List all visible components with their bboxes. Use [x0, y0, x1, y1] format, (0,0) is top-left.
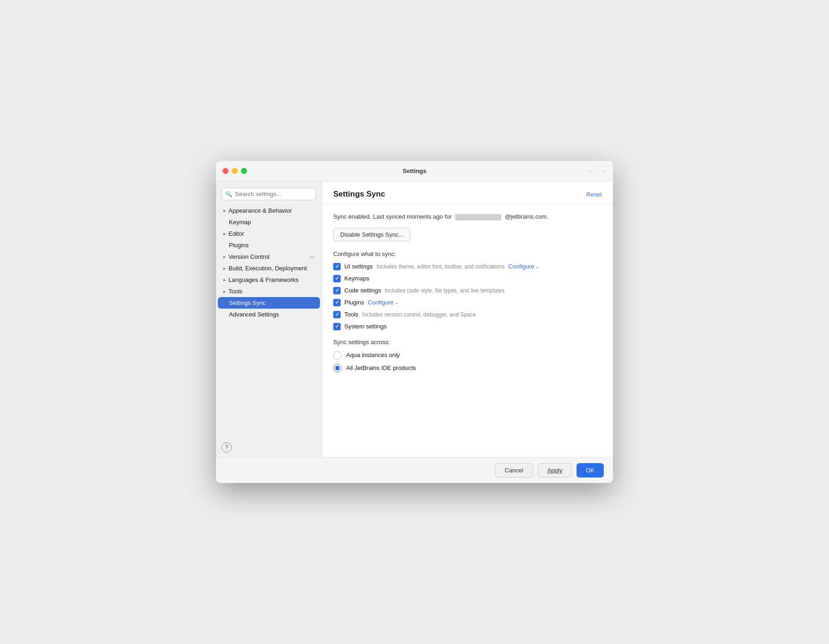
sidebar-item-label: Advanced Settings — [229, 311, 279, 318]
sidebar-item-editor[interactable]: ▸ Editor — [218, 228, 320, 239]
sidebar-item-label: Build, Execution, Deployment — [228, 265, 307, 272]
sidebar-item-advanced-settings[interactable]: Advanced Settings — [218, 309, 320, 320]
minimize-button[interactable] — [232, 168, 238, 174]
checkbox-system-settings[interactable] — [333, 323, 341, 330]
chevron-down-icon: ⌄ — [395, 300, 398, 305]
window-title: Settings — [402, 167, 426, 174]
checkbox-plugins[interactable] — [333, 299, 341, 306]
sync-label-ui-settings: UI settings — [344, 263, 372, 270]
sync-label-keymaps: Keymaps — [344, 275, 369, 282]
sync-status: Sync enabled. Last synced moments ago fo… — [333, 213, 602, 221]
content-area: Settings Sync Reset Sync enabled. Last s… — [322, 181, 613, 457]
chevron-icon: ▸ — [223, 208, 226, 213]
sidebar-item-label: Plugins — [229, 242, 249, 249]
content-body: Sync enabled. Last synced moments ago fo… — [322, 204, 613, 457]
sync-item-system-settings: System settings — [333, 323, 602, 330]
sidebar-item-label: Appearance & Behavior — [228, 207, 292, 214]
email-suffix: @jetbrains.com. — [505, 213, 548, 220]
sidebar-item-label: Keymap — [229, 219, 251, 226]
main-content: 🔍 ▸ Appearance & Behavior Keymap ▸ Edito… — [216, 181, 613, 457]
sidebar-item-label: Editor — [228, 230, 244, 237]
sidebar-item-tools[interactable]: ▸ Tools — [218, 286, 320, 297]
reset-button[interactable]: Reset — [586, 191, 602, 198]
radio-label-all: All JetBrains IDE products — [346, 364, 416, 371]
search-container: 🔍 — [216, 185, 322, 205]
chevron-icon: ▸ — [223, 277, 226, 282]
sync-desc-code-settings: Includes code style, file types, and liv… — [385, 287, 505, 294]
ok-button[interactable]: OK — [577, 463, 604, 477]
chevron-down-icon: ⌄ — [535, 264, 539, 269]
sync-desc-tools: Includes version control, debugger, and … — [362, 311, 476, 318]
sidebar-item-build[interactable]: ▸ Build, Execution, Deployment — [218, 262, 320, 274]
apply-label: Apply — [547, 467, 563, 474]
sidebar-item-keymap[interactable]: Keymap — [218, 216, 320, 228]
chevron-icon: ▸ — [223, 266, 226, 271]
sync-item-keymaps: Keymaps — [333, 275, 602, 282]
sidebar-item-label: Languages & Frameworks — [228, 276, 299, 283]
sync-desc-ui-settings: Includes theme, editor font, toolbar, an… — [376, 263, 505, 270]
checkbox-tools[interactable] — [333, 311, 341, 318]
apply-button[interactable]: Apply — [538, 463, 572, 477]
radio-group: Aqua instances only All JetBrains IDE pr… — [333, 351, 602, 372]
search-wrapper: 🔍 — [222, 188, 316, 200]
sync-item-ui-settings: UI settings Includes theme, editor font,… — [333, 263, 602, 270]
sync-label-system-settings: System settings — [344, 323, 387, 330]
checkbox-ui-settings[interactable] — [333, 263, 341, 270]
configure-plugins-link[interactable]: Configure ⌄ — [368, 299, 398, 306]
radio-label-aqua: Aqua instances only — [346, 352, 400, 358]
help-button[interactable]: ? — [222, 442, 232, 453]
sidebar: 🔍 ▸ Appearance & Behavior Keymap ▸ Edito… — [216, 181, 322, 457]
chevron-icon: ▸ — [223, 289, 226, 294]
checkbox-keymaps[interactable] — [333, 275, 341, 282]
radio-all-jetbrains[interactable]: All JetBrains IDE products — [333, 364, 602, 372]
radio-inner-all — [335, 366, 340, 370]
radio-aqua-only[interactable]: Aqua instances only — [333, 351, 602, 359]
chevron-icon: ▸ — [223, 254, 226, 259]
chevron-icon: ▸ — [223, 231, 226, 236]
configure-label: Configure — [368, 299, 394, 306]
sidebar-item-label: Settings Sync — [229, 299, 266, 306]
footer: Cancel Apply OK — [216, 457, 613, 483]
radio-outer-aqua — [333, 351, 342, 359]
sidebar-item-label: Tools — [228, 288, 242, 295]
sidebar-item-appearance-behavior[interactable]: ▸ Appearance & Behavior — [218, 205, 320, 216]
sidebar-item-version-control[interactable]: ▸ Version Control ▭ — [218, 251, 320, 262]
sidebar-item-settings-sync[interactable]: Settings Sync — [218, 297, 320, 309]
close-button[interactable] — [222, 168, 228, 174]
forward-arrow[interactable]: → — [599, 167, 607, 175]
search-icon: 🔍 — [225, 191, 232, 197]
disable-sync-button[interactable]: Disable Settings Sync... — [333, 228, 410, 241]
window-controls — [222, 168, 247, 174]
configure-section-label: Configure what to sync: — [333, 250, 602, 257]
sync-item-code-settings: Code settings Includes code style, file … — [333, 287, 602, 294]
configure-label: Configure — [508, 263, 534, 270]
configure-ui-settings-link[interactable]: Configure ⌄ — [508, 263, 539, 270]
content-header: Settings Sync Reset — [322, 181, 613, 204]
sync-label-plugins: Plugins — [344, 299, 364, 306]
radio-outer-all — [333, 364, 342, 372]
email-blur — [455, 214, 501, 221]
sync-status-text: Sync enabled. Last synced moments ago fo… — [333, 213, 452, 220]
maximize-button[interactable] — [241, 168, 247, 174]
sidebar-item-plugins[interactable]: Plugins — [218, 239, 320, 251]
sync-label-code-settings: Code settings — [344, 287, 381, 294]
cancel-button[interactable]: Cancel — [495, 463, 533, 477]
version-control-icon: ▭ — [310, 254, 314, 260]
page-title: Settings Sync — [333, 190, 385, 199]
nav-arrows: ← → — [588, 167, 607, 175]
sync-item-plugins: Plugins Configure ⌄ — [333, 299, 602, 306]
sidebar-bottom: ? — [216, 438, 322, 457]
back-arrow[interactable]: ← — [588, 167, 595, 175]
sidebar-item-label: Version Control — [228, 253, 270, 260]
sync-label-tools: Tools — [344, 311, 358, 318]
checkbox-code-settings[interactable] — [333, 287, 341, 294]
sync-across-label: Sync settings across: — [333, 339, 602, 346]
settings-window: Settings ← → 🔍 ▸ Appearance & Behavior K… — [216, 161, 613, 483]
sidebar-item-languages[interactable]: ▸ Languages & Frameworks — [218, 274, 320, 286]
search-input[interactable] — [222, 188, 316, 200]
titlebar: Settings ← → — [216, 161, 613, 181]
sync-item-tools: Tools Includes version control, debugger… — [333, 311, 602, 318]
